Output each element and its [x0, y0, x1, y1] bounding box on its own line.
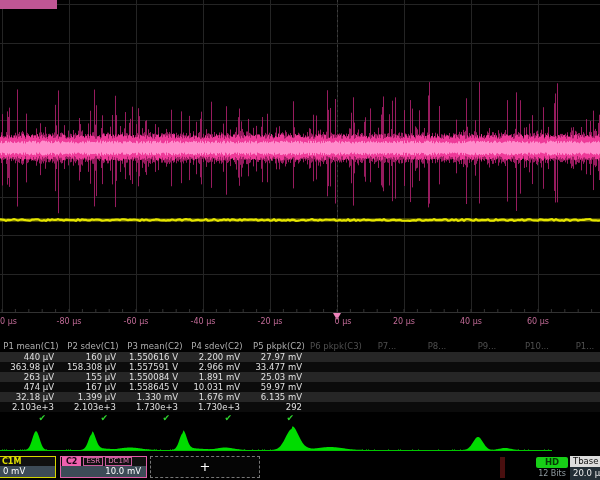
stat-value-P1: 440 µV	[0, 352, 62, 362]
stat-min-P5: 25.03 mV	[248, 372, 310, 382]
stat-sdev-P11	[562, 392, 600, 402]
stat-num-P1: 2.103e+3	[0, 402, 62, 412]
stat-num-P10	[512, 402, 562, 412]
stat-min-P1: 263 µV	[0, 372, 62, 382]
param-header-P9[interactable]: P9...	[462, 340, 512, 352]
stat-min-P3: 1.550084 V	[124, 372, 186, 382]
stat-max-P3: 1.558645 V	[124, 382, 186, 392]
histicon-strip	[0, 426, 600, 456]
stat-sdev-P7	[362, 392, 412, 402]
stat-min-P7	[362, 372, 412, 382]
stat-row-status: ✔✔✔✔✔	[0, 412, 600, 426]
stat-sdev-P3: 1.330 mV	[124, 392, 186, 402]
stat-value-P3: 1.550616 V	[124, 352, 186, 362]
timebase-descriptor[interactable]: Tbase 20.0 µ	[570, 456, 600, 480]
param-header-P2[interactable]: P2 sdev(C1)	[62, 340, 124, 352]
time-axis-label-7: 40 µs	[460, 317, 482, 326]
status-check-P10	[512, 412, 562, 426]
param-header-P7[interactable]: P7...	[362, 340, 412, 352]
stat-max-P2: 167 µV	[62, 382, 124, 392]
c2-label-badge: C2	[62, 457, 81, 466]
stat-min-P4: 1.891 mV	[186, 372, 248, 382]
stat-num-P4: 1.730e+3	[186, 402, 248, 412]
param-header-P11[interactable]: P1...	[562, 340, 600, 352]
stat-num-P9	[462, 402, 512, 412]
stat-num-P2: 2.103e+3	[62, 402, 124, 412]
stat-mean-P9	[462, 362, 512, 372]
stat-row-mean: 363.98 µV158.308 µV1.557591 V2.966 mV33.…	[0, 362, 600, 372]
time-axis-label-1: -80 µs	[57, 317, 82, 326]
stat-num-P7	[362, 402, 412, 412]
stat-sdev-P6	[310, 392, 362, 402]
stat-max-P5: 59.97 mV	[248, 382, 310, 392]
stat-max-P4: 10.031 mV	[186, 382, 248, 392]
stat-row-value: 440 µV160 µV1.550616 V2.200 mV27.97 mV	[0, 352, 600, 362]
stat-sdev-P10	[512, 392, 562, 402]
stat-value-P7	[362, 352, 412, 362]
stat-min-P6	[310, 372, 362, 382]
stat-value-P5: 27.97 mV	[248, 352, 310, 362]
stat-mean-P3: 1.557591 V	[124, 362, 186, 372]
stat-value-P2: 160 µV	[62, 352, 124, 362]
stat-min-P2: 155 µV	[62, 372, 124, 382]
channel-c2-descriptor[interactable]: C2 ESR DC1M 10.0 mV	[60, 456, 147, 478]
stat-mean-P8	[412, 362, 462, 372]
stat-mean-P4: 2.966 mV	[186, 362, 248, 372]
time-axis-label-6: 20 µs	[393, 317, 415, 326]
stat-max-P6	[310, 382, 362, 392]
indicator-strip	[500, 457, 505, 478]
stat-min-P8	[412, 372, 462, 382]
stat-min-P9	[462, 372, 512, 382]
stat-max-P1: 474 µV	[0, 382, 62, 392]
param-header-P1[interactable]: P1 mean(C1)	[0, 340, 62, 352]
measurement-table: P1 mean(C1)P2 sdev(C1)P3 mean(C2)P4 sdev…	[0, 340, 600, 426]
stat-sdev-P9	[462, 392, 512, 402]
stat-max-P8	[412, 382, 462, 392]
oscilloscope-screen: TELEDYNE LECROY -100 µs-80 µs-60 µs-40 µ…	[0, 0, 600, 480]
param-header-P10[interactable]: P10...	[512, 340, 562, 352]
c2-vdiv-value: 10.0 mV	[61, 466, 146, 477]
c1-coupling-label: C1M	[0, 457, 55, 466]
status-check-P8	[412, 412, 462, 426]
time-axis-label-8: 60 µs	[527, 317, 549, 326]
stat-sdev-P1: 32.18 µV	[0, 392, 62, 402]
status-check-P1: ✔	[0, 412, 62, 426]
stat-mean-P6	[310, 362, 362, 372]
status-check-P11	[562, 412, 600, 426]
stat-mean-P2: 158.308 µV	[62, 362, 124, 372]
timebase-value: 20.0 µ	[570, 467, 600, 480]
add-trace-button[interactable]: +	[150, 456, 260, 478]
stat-max-P11	[562, 382, 600, 392]
stat-row-max: 474 µV167 µV1.558645 V10.031 mV59.97 mV	[0, 382, 600, 392]
status-check-P2: ✔	[62, 412, 124, 426]
stat-num-P3: 1.730e+3	[124, 402, 186, 412]
param-header-P5[interactable]: P5 pkpk(C2)	[248, 340, 310, 352]
timebase-header: Tbase	[570, 456, 600, 467]
stat-sdev-P8	[412, 392, 462, 402]
stat-value-P9	[462, 352, 512, 362]
stat-sdev-P2: 1.399 µV	[62, 392, 124, 402]
channel-c1-descriptor[interactable]: C1M 0 mV	[0, 456, 56, 478]
stat-max-P7	[362, 382, 412, 392]
status-check-P7	[362, 412, 412, 426]
hd-mode-badge[interactable]: HD	[536, 457, 568, 468]
param-header-P6[interactable]: P6 pkpk(C3)	[310, 340, 362, 352]
status-check-P5: ✔	[248, 412, 310, 426]
param-header-P8[interactable]: P8...	[412, 340, 462, 352]
stat-mean-P5: 33.477 mV	[248, 362, 310, 372]
stat-num-P6	[310, 402, 362, 412]
status-check-P4: ✔	[186, 412, 248, 426]
stat-max-P9	[462, 382, 512, 392]
stat-row-sdev: 32.18 µV1.399 µV1.330 mV1.676 mV6.135 mV	[0, 392, 600, 402]
stat-value-P11	[562, 352, 600, 362]
param-header-P4[interactable]: P4 sdev(C2)	[186, 340, 248, 352]
stat-sdev-P4: 1.676 mV	[186, 392, 248, 402]
c2-esr-badge: ESR	[83, 457, 103, 466]
stat-min-P10	[512, 372, 562, 382]
stat-value-P10	[512, 352, 562, 362]
status-check-P3: ✔	[124, 412, 186, 426]
stat-sdev-P5: 6.135 mV	[248, 392, 310, 402]
logo-badge: TELEDYNE LECROY	[0, 0, 57, 9]
param-header-P3[interactable]: P3 mean(C2)	[124, 340, 186, 352]
time-axis-label-3: -40 µs	[191, 317, 216, 326]
